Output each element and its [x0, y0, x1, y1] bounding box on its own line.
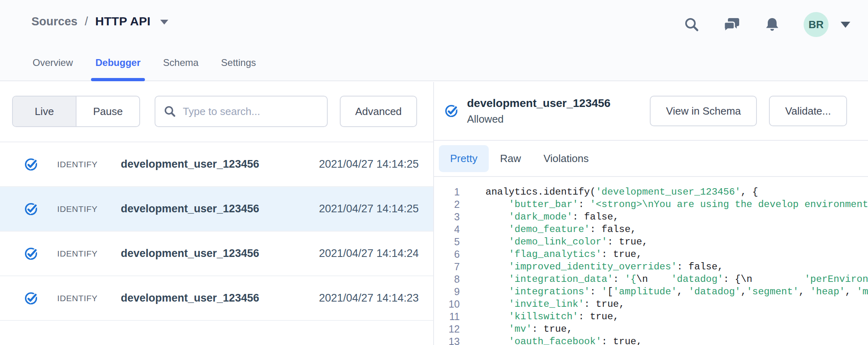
detail-status-icon-slot	[444, 104, 458, 118]
line-number: 5	[434, 236, 460, 248]
tab-settings[interactable]: Settings	[220, 57, 257, 80]
event-type: IDENTIFY	[57, 160, 121, 169]
event-detail-header: development_user_123456 Allowed View in …	[434, 82, 868, 141]
code-line: 7 'improved_identity_overrides': false,	[434, 261, 868, 273]
line-number: 12	[434, 323, 460, 335]
event-name: development_user_123456	[121, 247, 259, 260]
line-number: 8	[434, 273, 460, 285]
line-number: 13	[434, 335, 460, 345]
pause-button[interactable]: Pause	[76, 97, 139, 126]
payload-view-tabs: PrettyRawViolations	[434, 141, 868, 177]
tab-debugger[interactable]: Debugger	[94, 57, 142, 80]
event-timestamp: 2021/04/27 14:14:24	[319, 247, 419, 260]
event-row[interactable]: IDENTIFYdevelopment_user_1234562021/04/2…	[0, 187, 433, 232]
nav-tabs: OverviewDebuggerSchemaSettings	[31, 57, 257, 80]
detail-buttons: View in Schema Validate...	[650, 96, 847, 126]
event-name: development_user_123456	[121, 203, 259, 215]
code-line: 6 'flag_analytics': true,	[434, 248, 868, 261]
payload-tab-pretty[interactable]: Pretty	[439, 145, 489, 172]
breadcrumb-source-name[interactable]: HTTP API	[95, 14, 151, 28]
code-line: 9 'integrations': '['amplitude', 'datado…	[434, 285, 868, 298]
check-circle-icon	[24, 292, 38, 305]
code-text: 'butter_bar': '<strong>\nYou are using t…	[486, 198, 868, 211]
event-name: development_user_123456	[121, 158, 259, 170]
event-row[interactable]: IDENTIFYdevelopment_user_1234562021/04/2…	[0, 276, 433, 321]
check-circle-icon	[24, 202, 38, 216]
view-in-schema-button[interactable]: View in Schema	[650, 96, 757, 126]
header-actions: BR	[684, 10, 850, 39]
event-search[interactable]	[155, 96, 328, 127]
avatar[interactable]: BR	[804, 12, 829, 37]
event-stream-panel: Live Pause Advanced IDENTIFYdevelopment_…	[0, 82, 433, 345]
event-list: IDENTIFYdevelopment_user_1234562021/04/2…	[0, 142, 433, 321]
event-row[interactable]: IDENTIFYdevelopment_user_1234562021/04/2…	[0, 142, 433, 187]
code-line: 13 'oauth_facebook': true,	[434, 335, 868, 345]
debugger-page: Sources / HTTP API	[0, 0, 868, 345]
code-line: 10 'invite_link': true,	[434, 298, 868, 310]
event-type: IDENTIFY	[57, 204, 121, 214]
chat-icon[interactable]	[723, 16, 741, 33]
payload-tab-violations[interactable]: Violations	[532, 145, 600, 172]
validate-button[interactable]: Validate...	[769, 96, 847, 126]
code-text: 'demo_feature': false,	[486, 223, 636, 236]
breadcrumb[interactable]: Sources / HTTP API	[31, 14, 168, 28]
line-number: 4	[434, 223, 460, 236]
detail-status-label: Allowed	[467, 113, 610, 125]
code-text: 'improved_identity_overrides': false,	[486, 261, 723, 273]
tab-schema[interactable]: Schema	[162, 57, 200, 80]
live-button[interactable]: Live	[13, 97, 76, 126]
check-circle-icon	[24, 247, 38, 261]
code-line: 4 'demo_feature': false,	[434, 223, 868, 236]
payload-code-view[interactable]: 1analytics.identify('development_user_12…	[434, 178, 868, 345]
line-number: 1	[434, 186, 460, 198]
detail-event-name: development_user_123456	[467, 97, 610, 110]
code-text: 'integrations': '['amplitude', 'datadog'…	[486, 285, 868, 298]
advanced-button[interactable]: Advanced	[340, 96, 417, 127]
bell-icon[interactable]	[764, 16, 780, 33]
code-text: 'demo_link_color': true,	[486, 236, 648, 248]
code-line: 2 'butter_bar': '<strong>\nYou are using…	[434, 198, 868, 211]
code-line: 1analytics.identify('development_user_12…	[434, 186, 868, 198]
line-number: 11	[434, 310, 460, 323]
code-text: 'killswitch': true,	[486, 310, 619, 323]
code-text: 'flag_analytics': true,	[486, 248, 642, 261]
search-input[interactable]	[183, 105, 319, 118]
live-pause-toggle: Live Pause	[12, 96, 140, 127]
line-number: 3	[434, 211, 460, 223]
search-icon[interactable]	[684, 16, 700, 33]
event-detail-panel: development_user_123456 Allowed View in …	[433, 82, 868, 345]
tab-overview[interactable]: Overview	[31, 57, 74, 80]
code-line: 12 'mv': true,	[434, 323, 868, 335]
detail-titles: development_user_123456 Allowed	[467, 97, 610, 125]
search-input-icon	[163, 105, 176, 118]
code-text: 'integration_data': '{\n 'datadog': {\n …	[486, 273, 868, 285]
code-text: analytics.identify('development_user_123…	[486, 186, 758, 198]
event-row[interactable]: IDENTIFYdevelopment_user_1234562021/04/2…	[0, 232, 433, 276]
line-number: 10	[434, 298, 460, 310]
line-number: 9	[434, 285, 460, 298]
event-type: IDENTIFY	[57, 294, 121, 303]
breadcrumb-section[interactable]: Sources	[31, 15, 77, 28]
payload-tab-raw[interactable]: Raw	[489, 145, 532, 172]
stream-controls: Live Pause Advanced	[12, 96, 420, 127]
event-timestamp: 2021/04/27 14:14:25	[319, 203, 419, 215]
check-circle-icon	[444, 104, 458, 118]
check-circle-icon	[24, 158, 38, 171]
code-line: 3 'dark_mode': false,	[434, 211, 868, 223]
code-line: 8 'integration_data': '{\n 'datadog': {\…	[434, 273, 868, 285]
top-header: Sources / HTTP API	[0, 0, 868, 81]
code-line: 5 'demo_link_color': true,	[434, 236, 868, 248]
event-timestamp: 2021/04/27 14:14:23	[319, 292, 419, 304]
account-menu[interactable]: BR	[804, 12, 850, 37]
code-line: 11 'killswitch': true,	[434, 310, 868, 323]
code-text: 'invite_link': true,	[486, 298, 625, 310]
event-type: IDENTIFY	[57, 249, 121, 259]
code-text: 'oauth_facebook': true,	[486, 335, 642, 345]
code-text: 'mv': true,	[486, 323, 572, 335]
source-switcher-caret-icon[interactable]	[160, 20, 168, 25]
event-name: development_user_123456	[121, 292, 259, 304]
account-caret-icon[interactable]	[841, 22, 850, 28]
line-number: 2	[434, 198, 460, 211]
event-timestamp: 2021/04/27 14:14:25	[319, 158, 419, 170]
code-text: 'dark_mode': false,	[486, 211, 619, 223]
